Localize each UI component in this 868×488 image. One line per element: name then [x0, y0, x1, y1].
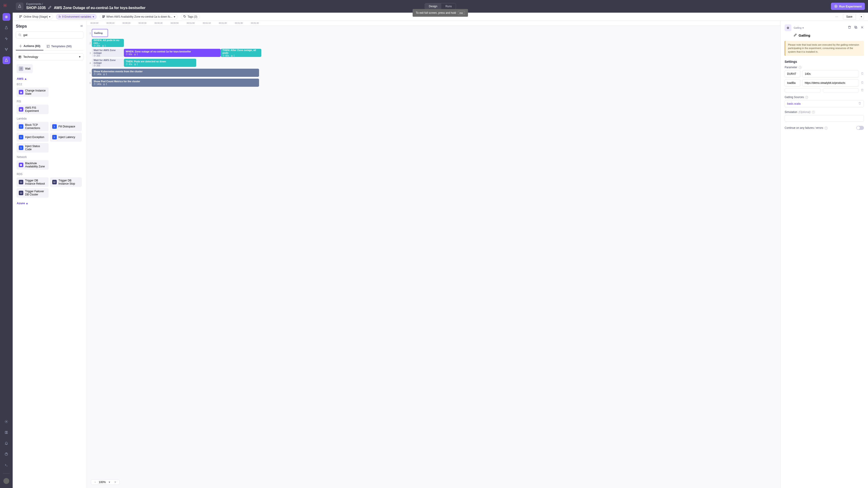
help-icon[interactable]: ? [825, 127, 828, 129]
left-rail [0, 0, 13, 488]
step-block[interactable]: THEN: After Zone outage, all pods⏱ 60s◎ … [221, 49, 261, 57]
hypothesis-chip[interactable]: When AWS Availability Zone eu-central-1a… [100, 14, 178, 20]
action-inject-latency[interactable]: λInject Latency [50, 133, 82, 142]
tab-design[interactable]: Design [425, 3, 441, 9]
action-change-instance-state[interactable]: ▣Change Instance State [17, 88, 49, 97]
source-file-chip[interactable]: basic.scala [784, 100, 864, 107]
action-block-tcp[interactable]: λBlock TCP Connections [17, 122, 49, 131]
context-label: Online Shop [Stage] [24, 15, 48, 18]
rail-flask[interactable] [2, 57, 10, 64]
param-key[interactable]: DURAT [784, 70, 800, 77]
step-label: Show Kubernetes events from the cluster [94, 70, 257, 73]
rail-notifications[interactable] [2, 440, 10, 447]
network-icon: ⬢ [19, 163, 23, 167]
panel-title: Gatling [799, 33, 810, 37]
action-aws-fis[interactable]: ◉AWS FIS Experiment [17, 105, 49, 114]
step-block[interactable]: Gatling [92, 29, 108, 37]
delete-param-icon[interactable] [861, 81, 864, 85]
user-avatar[interactable] [3, 478, 9, 484]
svg-point-4 [7, 48, 8, 49]
param-value[interactable]: 140s [802, 70, 859, 77]
more-menu[interactable]: ⋯ [833, 14, 840, 19]
rail-console[interactable] [2, 461, 10, 469]
timeline-lane: 2GIVEN: All pods in eu-cen...⏱ 20s◎ 1 [89, 39, 780, 47]
lane-number: 5 [89, 72, 92, 74]
action-trigger-failover[interactable]: ⛁Trigger Failover DB Cluster [17, 188, 49, 198]
close-icon[interactable] [860, 26, 864, 30]
action-trigger-stop[interactable]: ⛁Trigger DB Instance Stop [50, 177, 82, 187]
step-block[interactable]: THEN: Pods are detected as down⏱ 45s◎ 1 [124, 59, 196, 67]
action-inject-status[interactable]: λInject Status Code [17, 143, 49, 153]
action-inject-exception[interactable]: λInject Exception [17, 133, 49, 142]
step-block[interactable]: Show Kubernetes events from the cluster⏱… [92, 69, 259, 77]
group-azure[interactable]: Azure ▴ [17, 201, 83, 205]
settings-heading: Settings [784, 60, 864, 64]
copy-icon[interactable] [854, 26, 858, 30]
technology-select[interactable]: Technology ▼ [16, 53, 84, 60]
delete-icon[interactable] [848, 26, 851, 30]
panel-breadcrumb[interactable]: Gatling ▾ [794, 26, 804, 29]
svg-point-6 [6, 421, 7, 422]
action-label: Inject Exception [25, 135, 44, 139]
search-input[interactable] [16, 31, 84, 38]
rds-icon: ⛁ [19, 180, 23, 184]
tags-chip[interactable]: Tags (3) [181, 14, 200, 20]
breadcrumb[interactable]: Experiments / [26, 2, 146, 6]
param-key[interactable]: loadBa [784, 79, 800, 87]
action-trigger-reboot[interactable]: ⛁Trigger DB Instance Reboot [17, 177, 49, 187]
rail-experiments[interactable] [2, 24, 10, 32]
step-block[interactable]: Wait for AWS Zone outage⏱ 20s [92, 59, 124, 67]
save-dropdown[interactable]: ▾ [859, 14, 864, 19]
step-block[interactable]: WHEN: Zone outage of eu-central-1a for t… [124, 49, 221, 57]
context-selector[interactable]: Online Shop [Stage] ▾ [17, 14, 53, 20]
env-vars-chip[interactable]: fx 9 Environment variables ▾ [56, 14, 96, 20]
tab-runs[interactable]: Runs [441, 3, 456, 9]
group-aws[interactable]: AWS ▴ [17, 77, 83, 80]
tab-actions[interactable]: Actions (83) [16, 42, 43, 51]
step-block[interactable]: GIVEN: All pods in eu-cen...⏱ 20s◎ 1 [92, 39, 124, 47]
delete-param-icon[interactable] [861, 72, 864, 76]
edit-icon[interactable] [794, 33, 797, 37]
run-experiment-button[interactable]: Run Experiment [831, 3, 865, 10]
rail-help[interactable] [2, 450, 10, 458]
action-blackhole[interactable]: ⬢Blackhole Availability Zone [17, 160, 49, 170]
simulation-input[interactable] [784, 115, 864, 122]
rail-dashboard[interactable] [2, 13, 10, 21]
delete-param-icon[interactable] [861, 88, 864, 92]
step-block[interactable]: Show Pod Count Metrics for the cluster⏱ … [92, 78, 259, 87]
param-key-empty[interactable] [784, 88, 821, 92]
lambda-icon: λ [52, 135, 57, 139]
ruler-tick: 00:01:00 [187, 22, 195, 24]
search-field[interactable] [23, 33, 81, 37]
action-fill-disk[interactable]: λFill Diskspace [50, 122, 82, 131]
zoom-in-button[interactable]: + [113, 481, 118, 484]
help-icon[interactable]: ? [812, 111, 815, 113]
save-button[interactable]: Save [843, 14, 856, 20]
ruler-tick: 00:01:40 [251, 22, 259, 24]
delete-source-icon[interactable] [858, 102, 862, 105]
param-value[interactable]: https://demo.steadybit.io/products [802, 79, 859, 87]
subgroup-ec2: EC2 [17, 83, 83, 86]
collapse-sidebar-icon[interactable] [80, 24, 84, 29]
help-icon[interactable]: ? [799, 66, 802, 69]
action-wait[interactable]: ⏱Wait [17, 64, 33, 73]
param-value-empty[interactable] [823, 88, 859, 92]
step-label: Wait for AWS Zone outage [94, 49, 122, 54]
lane-number: 2 [89, 42, 92, 44]
step-meta: ⏱ 20s [94, 64, 122, 67]
step-block[interactable]: Wait for AWS Zone outage⏱ 20s [92, 49, 124, 57]
zoom-dropdown[interactable]: ▾ [107, 481, 112, 484]
rail-targets[interactable] [2, 46, 10, 53]
help-icon[interactable]: ? [805, 96, 808, 99]
zoom-out-button[interactable]: − [93, 481, 97, 484]
simulation-label: Simulation (Optional) ? [784, 110, 864, 113]
step-label: Gatling [94, 32, 106, 34]
rail-docs[interactable] [2, 429, 10, 436]
edit-title-icon[interactable] [48, 6, 52, 10]
rail-activity[interactable] [2, 35, 10, 42]
continue-toggle[interactable] [856, 126, 864, 130]
rail-settings[interactable] [2, 418, 10, 425]
chevron-down-icon: ▾ [174, 15, 175, 18]
tab-templates[interactable]: Templates (50) [43, 42, 74, 51]
hypothesis-label: When AWS Availability Zone eu-central-1a… [106, 15, 173, 18]
